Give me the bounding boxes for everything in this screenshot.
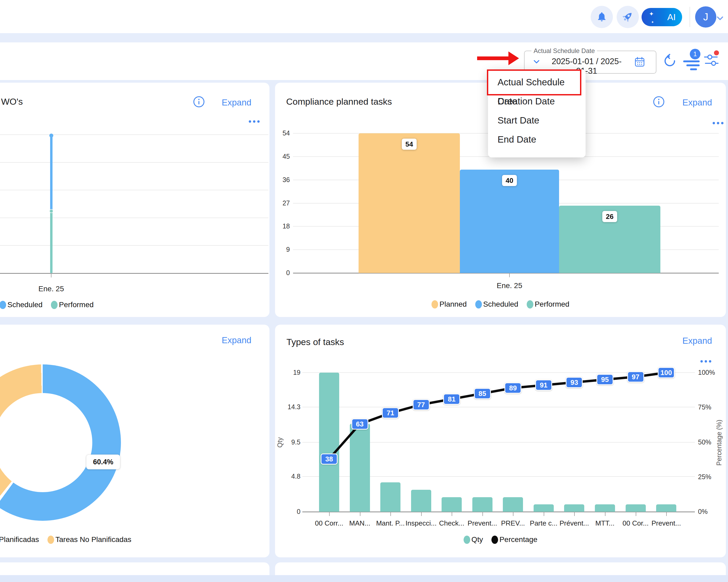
cumulative-percentage-badge: 100: [658, 367, 675, 378]
bottom-band: [0, 575, 728, 582]
gridline: [0, 245, 268, 246]
y-axis-label: 9: [275, 246, 290, 253]
ai-assistant-button[interactable]: ✦ ✦ AI: [642, 8, 682, 26]
x-axis-tick: [509, 273, 510, 277]
cumulative-percentage-badge: 89: [504, 383, 521, 393]
legend-item[interactable]: Performed: [527, 300, 569, 308]
cumulative-percentage-badge: 97: [627, 371, 644, 383]
user-avatar[interactable]: J: [695, 6, 716, 28]
legend-label: Qty: [471, 535, 483, 544]
rocket-button[interactable]: [617, 6, 639, 28]
legend-dot: [51, 301, 57, 309]
sparkle-icon: ✦: [649, 10, 654, 18]
y-axis-label: 0: [275, 269, 290, 277]
bell-icon: [596, 11, 607, 23]
cumulative-percentage-line: [275, 325, 726, 557]
chevron-down-icon[interactable]: [532, 57, 541, 67]
point-scheduled: [49, 134, 53, 138]
legend-dot: [0, 301, 6, 309]
filter-lines-icon: [679, 67, 703, 71]
legend-label: Planificadas: [0, 535, 39, 544]
legend-label: Tareas No Planificadas: [55, 535, 131, 544]
chart-legend: PlannedScheduledPerformed: [275, 300, 726, 308]
y-axis-label: 36: [275, 176, 290, 184]
legend-dot: [48, 536, 54, 544]
gridline: [0, 134, 268, 135]
cumulative-percentage-badge: 38: [321, 453, 338, 465]
y-axis-label: 18: [275, 222, 290, 230]
chart-legend: PlanificadasTareas No Planificadas: [0, 535, 131, 544]
cumulative-percentage-badge: 81: [443, 393, 460, 405]
date-field-label: Actual Schedule Date: [531, 47, 597, 55]
cumulative-percentage-badge: 93: [566, 377, 583, 388]
bar-planned: [359, 133, 460, 273]
notifications-button[interactable]: [591, 6, 613, 28]
y-axis-label: 45: [275, 153, 290, 160]
legend-item[interactable]: Percentage: [491, 535, 537, 544]
menu-item-end-date[interactable]: End Date: [488, 130, 586, 149]
cumulative-percentage-badge: 77: [413, 399, 430, 410]
card-planned-vs-unplanned: Expand 60.4% PlanificadasTareas No Plani…: [0, 325, 269, 557]
x-axis-line: [0, 273, 268, 274]
chart-legend: ScheduledPerformed: [0, 301, 94, 309]
rocket-icon: [622, 10, 634, 24]
card-types-of-tasks: Types of tasks Expand Qty Percentage (%)…: [275, 325, 726, 557]
legend-label: Scheduled: [483, 300, 518, 308]
refresh-button[interactable]: [661, 53, 679, 69]
gridline: [0, 190, 268, 190]
x-axis-category: Ene. 25: [483, 281, 536, 290]
y-axis-label: 54: [275, 129, 290, 137]
legend-dot: [432, 300, 438, 308]
refresh-icon: [662, 65, 677, 69]
sliders-icon: [704, 64, 719, 68]
pareto-chart: 04.89.514.3190%25%50%75%100%00 Corr...MA…: [275, 325, 726, 557]
legend-item[interactable]: Qty: [464, 535, 483, 544]
legend-item[interactable]: Planificadas: [0, 535, 39, 544]
gridline: [0, 218, 268, 218]
legend-label: Performed: [535, 300, 569, 308]
legend-dot: [475, 300, 482, 308]
legend-dot: [464, 536, 470, 544]
ai-button-label: AI: [667, 12, 676, 22]
filter-count: 1: [693, 50, 697, 58]
legend-item[interactable]: Planned: [432, 300, 467, 308]
legend-label: Scheduled: [7, 301, 43, 309]
legend-label: Performed: [59, 301, 94, 309]
settings-sliders-button[interactable]: [702, 53, 720, 68]
bar-performed: [50, 211, 53, 273]
cumulative-percentage-badge: 63: [352, 418, 368, 429]
user-menu-chevron-icon[interactable]: [715, 13, 725, 24]
y-axis-label: 27: [275, 199, 290, 207]
point-performed: [49, 209, 53, 213]
cumulative-percentage-badge: 91: [535, 380, 552, 391]
expand-button[interactable]: Expand: [222, 335, 252, 345]
date-type-dropdown: Actual Schedule Date Creation Date Start…: [488, 70, 586, 158]
annotation-red-box: [487, 70, 581, 95]
cumulative-percentage-badge: 85: [474, 388, 491, 399]
topbar: ✦ ✦ AI J: [0, 0, 728, 33]
calendar-icon[interactable]: [634, 56, 646, 69]
value-badge: 54: [402, 139, 417, 150]
avatar-initial: J: [703, 11, 708, 23]
wos-chart: Ene. 25: [0, 83, 269, 317]
legend-label: Percentage: [499, 535, 537, 544]
legend-item[interactable]: Tareas No Planificadas: [48, 535, 131, 544]
donut-percentage-label: 60.4%: [86, 454, 120, 469]
legend-item[interactable]: Performed: [51, 301, 94, 309]
legend-label: Planned: [439, 300, 467, 308]
sparkle-icon: ✦: [651, 20, 654, 24]
cumulative-percentage-badge: 71: [382, 407, 399, 418]
menu-item-start-date[interactable]: Start Date: [488, 111, 586, 130]
gridline: [0, 162, 268, 163]
x-axis-tick: [51, 273, 51, 277]
x-axis-category: Ene. 25: [25, 285, 78, 293]
legend-item[interactable]: Scheduled: [0, 301, 43, 309]
cumulative-percentage-badge: 95: [596, 374, 614, 385]
legend-dot: [491, 536, 498, 544]
legend-dot: [527, 300, 533, 308]
card-wos: WO's Expand Ene. 25 ScheduledPerformed: [0, 83, 269, 317]
chart-legend: QtyPercentage: [275, 535, 726, 544]
legend-item[interactable]: Scheduled: [475, 300, 518, 308]
annotation-red-arrow: [477, 56, 509, 60]
value-badge: 26: [602, 211, 617, 222]
